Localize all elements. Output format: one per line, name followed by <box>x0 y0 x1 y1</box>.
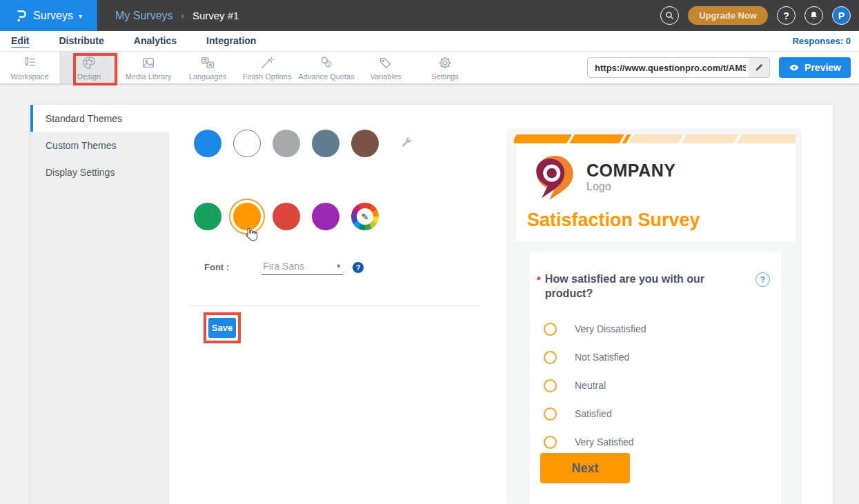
chevron-down-icon: ▾ <box>79 12 82 20</box>
chain-link-icon <box>319 55 334 70</box>
toolbar-item-finish-options[interactable]: Finish Options <box>237 52 297 83</box>
answer-options: Very Dissatisfied Not Satisfied Neutral … <box>530 301 781 456</box>
design-sidebar: Standard Themes Custom Themes Display Se… <box>30 105 169 504</box>
help-button[interactable]: ? <box>777 6 796 25</box>
survey-header-card: COMPANY Logo Satisfaction Survey <box>516 143 796 241</box>
search-button[interactable] <box>660 6 679 25</box>
swatch-brown[interactable] <box>351 130 379 157</box>
survey-progress-bar <box>514 134 796 143</box>
question-mark-icon: ? <box>783 10 789 21</box>
pencil-icon <box>754 63 764 72</box>
avatar-initial: P <box>838 10 845 21</box>
toolbar-item-workspace[interactable]: Workspace <box>0 52 59 83</box>
radio-icon[interactable] <box>544 379 557 392</box>
workspace-icon <box>22 55 37 70</box>
option-satisfied[interactable]: Satisfied <box>530 400 781 428</box>
translate-icon <box>200 55 215 70</box>
brand-label: Surveys <box>33 10 73 22</box>
breadcrumb: My Surveys › Survey #1 <box>115 10 239 22</box>
section-divider <box>191 305 480 306</box>
customize-theme-button[interactable] <box>400 136 413 151</box>
swatch-white[interactable] <box>233 130 261 157</box>
notifications-button[interactable] <box>804 6 823 25</box>
tab-edit[interactable]: Edit <box>11 35 29 47</box>
radio-icon[interactable] <box>544 407 557 421</box>
annotation-save-highlight: Save <box>204 312 241 343</box>
swatch-orange-selected-ring <box>229 199 265 234</box>
image-icon <box>141 55 156 70</box>
font-help-icon[interactable]: ? <box>353 262 364 273</box>
sidebar-item-display-settings[interactable]: Display Settings <box>30 159 169 185</box>
option-very-dissatisfied[interactable]: Very Dissatisfied <box>530 315 781 343</box>
swatch-slate[interactable] <box>312 130 339 157</box>
toolbar-item-advance-quotas[interactable]: Advance Quotas <box>297 52 356 83</box>
responses-count[interactable]: Responses: 0 <box>792 36 851 46</box>
product-switcher[interactable]: Surveys ▾ <box>0 0 97 31</box>
app-root: Surveys ▾ My Surveys › Survey #1 Upgrade… <box>0 0 859 504</box>
theme-swatch-row-2: ✎ <box>194 199 379 234</box>
question-help-icon[interactable]: ? <box>756 272 770 287</box>
font-selected-value: Fira Sans <box>263 261 304 272</box>
gear-icon <box>437 55 453 70</box>
sidebar-item-standard-themes[interactable]: Standard Themes <box>30 105 169 132</box>
magic-wand-icon <box>259 55 275 70</box>
option-not-satisfied[interactable]: Not Satisfied <box>530 343 781 372</box>
toolbar-item-variables[interactable]: Variables <box>356 52 415 83</box>
swatch-orange-selected[interactable] <box>233 203 261 230</box>
upgrade-now-button[interactable]: Upgrade Now <box>688 6 768 25</box>
font-setting-row: Font : Fira Sans ▼ ? <box>204 259 364 275</box>
swatch-purple[interactable] <box>312 203 339 230</box>
question-text: How satisfied are you with our product? <box>545 272 750 301</box>
option-neutral[interactable]: Neutral <box>530 372 781 400</box>
toolbar-item-media-library[interactable]: Media Library <box>119 52 178 83</box>
tab-distribute[interactable]: Distribute <box>59 35 103 47</box>
tag-icon <box>378 55 393 70</box>
bell-icon <box>809 11 818 20</box>
chevron-down-icon: ▼ <box>335 263 342 270</box>
theme-swatch-row-1 <box>194 130 413 157</box>
questionpro-logo-icon <box>15 9 28 23</box>
company-logo-text: COMPANY Logo <box>586 161 675 193</box>
wrench-icon <box>400 136 413 148</box>
font-select[interactable]: Fira Sans ▼ <box>261 259 343 275</box>
palette-icon <box>81 55 97 70</box>
swatch-red[interactable] <box>273 203 300 230</box>
sidebar-item-custom-themes[interactable]: Custom Themes <box>30 132 169 159</box>
radio-icon[interactable] <box>544 351 557 364</box>
swatch-gray[interactable] <box>273 130 300 157</box>
company-logo-subtitle: Logo <box>586 181 675 193</box>
search-icon <box>665 11 674 20</box>
toolbar-item-design[interactable]: Design <box>59 52 119 83</box>
toolbar-item-settings[interactable]: Settings <box>415 52 475 83</box>
color-picker-pencil-icon: ✎ <box>357 208 373 225</box>
required-asterisk: * <box>537 274 541 285</box>
edit-url-button[interactable] <box>749 58 769 77</box>
eye-icon <box>789 62 800 73</box>
next-button[interactable]: Next <box>540 453 630 483</box>
account-avatar[interactable]: P <box>832 6 851 25</box>
edit-toolbar: Workspace Design Media Library Languages… <box>0 52 859 85</box>
radio-icon[interactable] <box>544 323 557 336</box>
breadcrumb-separator-icon: › <box>181 10 184 21</box>
breadcrumb-current-survey: Survey #1 <box>192 10 239 21</box>
swatch-green[interactable] <box>194 203 221 230</box>
preview-button[interactable]: Preview <box>779 57 851 78</box>
radio-icon[interactable] <box>544 436 557 449</box>
company-logo-pin-icon <box>531 154 577 200</box>
company-logo: COMPANY Logo <box>516 143 796 200</box>
survey-tabbar: Edit Distribute Analytics Integration Re… <box>0 31 859 52</box>
question-card: * How satisfied are you with our product… <box>530 252 781 504</box>
breadcrumb-my-surveys[interactable]: My Surveys <box>115 10 173 22</box>
tab-analytics[interactable]: Analytics <box>134 35 177 47</box>
custom-color-picker[interactable]: ✎ <box>351 203 379 230</box>
save-button[interactable]: Save <box>208 318 236 338</box>
swatch-blue[interactable] <box>194 130 221 157</box>
option-very-satisfied[interactable]: Very Satisfied <box>530 428 781 456</box>
survey-url-input[interactable] <box>588 63 749 73</box>
toolbar-item-languages[interactable]: Languages <box>178 52 237 83</box>
font-label: Font : <box>204 262 229 272</box>
tab-integration[interactable]: Integration <box>206 35 256 47</box>
survey-title: Satisfaction Survey <box>516 200 796 231</box>
company-logo-name: COMPANY <box>586 161 675 179</box>
top-navbar: Surveys ▾ My Surveys › Survey #1 Upgrade… <box>0 0 859 31</box>
